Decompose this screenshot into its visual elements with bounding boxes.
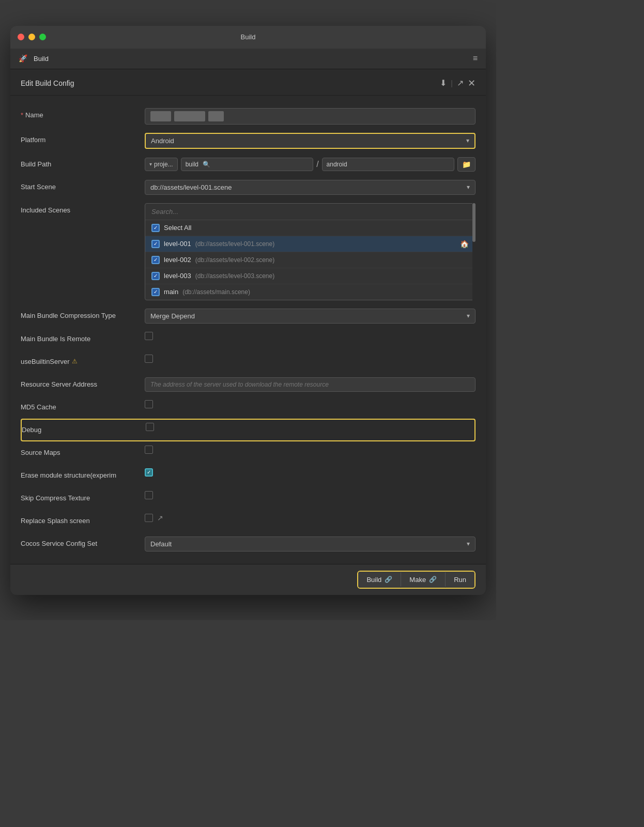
scene-item-level001[interactable]: ✓ level-001 (db://assets/level-001.scene… [145,236,475,252]
path-browse-button[interactable]: 📁 [457,157,476,172]
md5-cache-row: MD5 Cache [21,396,476,419]
run-button[interactable]: Run [446,572,474,588]
scrollbar-thumb[interactable] [472,203,476,242]
checkmark-icon: ✓ [154,257,158,263]
divider: | [451,79,453,87]
name-input[interactable] [145,108,476,125]
menu-icon[interactable]: ≡ [473,54,478,63]
path-project-segment[interactable]: ▾ proje... [145,158,178,171]
required-indicator: * [21,111,23,119]
select-all-item[interactable]: ✓ Select All [145,220,475,236]
included-scenes-control: ✓ Select All ✓ level-001 (db://assets/le… [145,203,476,300]
scenes-container: ✓ Select All ✓ level-001 (db://assets/le… [145,203,476,300]
panel-header: Edit Build Config ⬇ | ↗ ✕ [10,69,486,96]
cocos-service-row: Cocos Service Config Set Default ▾ [21,532,476,556]
scene-item-level002[interactable]: ✓ level-002 (db://assets/level-002.scene… [145,252,475,268]
platform-row: Platform Android ▾ [21,129,476,153]
traffic-lights [18,34,46,40]
replace-splash-checkbox[interactable] [145,514,153,522]
make-link-icon: 🔗 [429,576,437,583]
start-scene-select[interactable]: db://assets/level-001.scene ▾ [145,180,476,195]
main-bundle-remote-checkbox[interactable] [145,332,153,340]
scene-item-main[interactable]: ✓ main (db://assets/main.scene) [145,284,475,300]
main-bundle-compression-select[interactable]: Merge Depend ▾ [145,309,476,324]
maximize-traffic-light[interactable] [39,34,46,40]
panel: Edit Build Config ⬇ | ↗ ✕ * Name [10,69,486,595]
checkmark-icon: ✓ [154,273,158,279]
replace-splash-label: Replace Splash screen [21,514,145,525]
cocos-service-arrow-icon: ▾ [467,540,470,547]
minimize-traffic-light[interactable] [28,34,35,40]
checkmark-icon: ✓ [154,241,158,247]
replace-splash-control: ↗ [145,514,476,522]
scene-checkbox-main[interactable]: ✓ [151,288,160,296]
main-window: Build 🚀 Build ≡ Edit Build Config ⬇ | ↗ … [10,26,486,595]
replace-splash-link-icon[interactable]: ↗ [157,514,163,522]
close-traffic-light[interactable] [18,34,24,40]
resource-server-label: Resource Server Address [21,377,145,388]
scene-checkbox-level002[interactable]: ✓ [151,256,160,264]
name-block-3 [208,111,224,121]
md5-cache-control [145,400,476,408]
main-bundle-compression-row: Main Bundle Compression Type Merge Depen… [21,304,476,328]
select-all-checkbox[interactable]: ✓ [151,224,160,232]
name-block-2 [174,111,205,121]
start-scene-arrow-icon: ▾ [467,183,470,191]
path-search-icon: 🔍 [203,161,210,168]
path-android-segment[interactable]: android [322,158,454,171]
name-row: * Name [21,104,476,129]
use-builtin-server-checkbox[interactable] [145,355,153,363]
checkmark-icon: ✓ [154,289,158,295]
cocos-service-select[interactable]: Default ▾ [145,537,476,552]
path-android-text: android [327,161,347,168]
menubar-title: Build [34,55,49,63]
erase-module-checkbox[interactable]: ✓ [145,468,153,477]
source-maps-checkbox[interactable] [145,446,153,454]
skip-compress-checkbox[interactable] [145,491,153,499]
use-builtin-server-label: useBuiltinServer ⚠ [21,355,145,365]
main-bundle-remote-row: Main Bundle Is Remote [21,328,476,350]
resource-server-input[interactable] [145,377,476,392]
md5-cache-checkbox[interactable] [145,400,153,408]
home-icon-level001: 🏠 [460,240,469,248]
scene-path-main: (db://assets/main.scene) [182,288,250,296]
cocos-service-value: Default [150,540,172,548]
debug-checkbox[interactable] [146,423,154,431]
included-scenes-label: Included Scenes [21,203,145,214]
platform-value: Android [151,137,174,145]
main-bundle-compression-control: Merge Depend ▾ [145,309,476,324]
scenes-search-input[interactable] [145,204,475,220]
path-build-segment[interactable]: build 🔍 [181,158,313,171]
build-path-control: ▾ proje... build 🔍 / android 📁 [145,157,476,172]
source-maps-label: Source Maps [21,446,145,456]
path-slash: / [316,160,318,169]
path-chevron-icon: ▾ [149,161,152,167]
scene-checkbox-level003[interactable]: ✓ [151,272,160,280]
window-title: Build [241,33,256,41]
replace-splash-row: Replace Splash screen ↗ [21,510,476,532]
platform-select[interactable]: Android ▾ [145,133,476,149]
scene-path-level002: (db://assets/level-002.scene) [195,256,274,264]
build-icon: 🚀 [19,54,27,63]
debug-label: Debug [22,423,146,434]
scrollbar-track [472,203,476,300]
scene-item-level003[interactable]: ✓ level-003 (db://assets/level-003.scene… [145,268,475,284]
skip-compress-control [145,491,476,499]
scene-checkbox-level001[interactable]: ✓ [151,240,160,248]
build-button[interactable]: Build 🔗 [358,572,401,588]
erase-module-control: ✓ [145,468,476,477]
close-button[interactable]: ✕ [468,78,476,89]
main-bundle-remote-control [145,332,476,340]
form-content: * Name Platform Andr [10,96,486,564]
source-maps-row: Source Maps [21,441,476,464]
scene-name-main: main [164,288,178,296]
make-label: Make [409,576,426,584]
name-input-container [145,108,476,125]
save-config-button[interactable]: ⬇ [440,78,447,88]
export-config-button[interactable]: ↗ [457,78,464,88]
build-path-label: Build Path [21,157,145,168]
cocos-service-label: Cocos Service Config Set [21,537,145,547]
name-label: * Name [21,108,145,119]
make-button[interactable]: Make 🔗 [401,572,445,588]
cocos-service-control: Default ▾ [145,537,476,552]
